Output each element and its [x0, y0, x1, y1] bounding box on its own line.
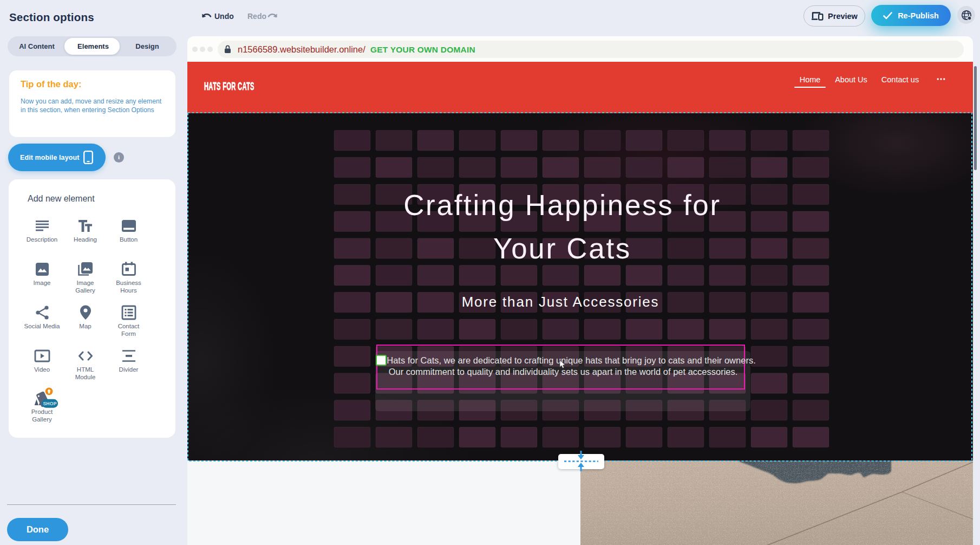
svg-text:SHOP: SHOP — [43, 401, 56, 406]
